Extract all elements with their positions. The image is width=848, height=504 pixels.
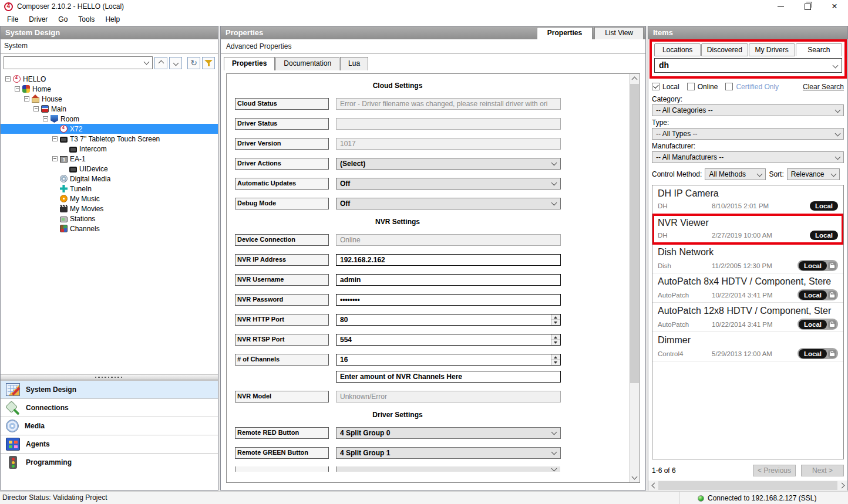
panel-splitter[interactable]: [1, 374, 218, 380]
nav-item[interactable]: Connections: [1, 398, 218, 417]
property-value[interactable]: 554: [336, 334, 561, 346]
tree-expander-icon[interactable]: [43, 116, 48, 121]
tree-expander-icon[interactable]: [52, 156, 58, 161]
property-field[interactable]: 4 Split Group 1: [336, 447, 561, 459]
checkbox-icon[interactable]: [652, 83, 659, 90]
tree-node[interactable]: Main: [1, 104, 218, 114]
property-value[interactable]: 192.168.2.162: [336, 254, 561, 266]
items-tab[interactable]: Locations: [654, 43, 701, 56]
property-value[interactable]: 80: [336, 314, 561, 326]
category-dropdown[interactable]: -- All Categories --: [652, 104, 844, 116]
menu-item[interactable]: Go: [53, 13, 73, 26]
find-previous-button[interactable]: [154, 57, 167, 69]
checkbox-icon[interactable]: [725, 83, 733, 90]
property-field[interactable]: [336, 466, 560, 472]
scroll-down-button[interactable]: [630, 473, 640, 482]
items-tab[interactable]: My Drivers: [749, 43, 795, 56]
refresh-button[interactable]: ↻: [187, 57, 200, 69]
checkbox-group[interactable]: Certified Only: [725, 83, 786, 91]
property-value[interactable]: admin: [336, 274, 561, 286]
property-field[interactable]: Error - Driver filename was changed, ple…: [336, 98, 561, 110]
property-field[interactable]: (Select): [336, 158, 561, 170]
property-value[interactable]: 4 Split Group 0: [336, 427, 561, 439]
property-field[interactable]: 80: [336, 314, 561, 326]
property-value[interactable]: [336, 466, 560, 472]
nav-item[interactable]: Programming: [1, 453, 218, 471]
tree-node[interactable]: My Music: [1, 194, 218, 204]
tree-node[interactable]: HELLO: [1, 74, 218, 84]
driver-result-row[interactable]: AutoPatch 12x8 HDTV / Component, Ster Au…: [652, 303, 843, 332]
spin-down-icon[interactable]: [551, 340, 560, 345]
spinner-buttons[interactable]: [551, 334, 560, 345]
driver-result-row[interactable]: NVR Viewer DH 2/27/2019 10:00 AM Local: [652, 215, 843, 244]
nav-item[interactable]: System Design: [1, 380, 218, 398]
minimize-button[interactable]: [767, 0, 794, 13]
items-tab[interactable]: Search: [796, 43, 842, 56]
property-field[interactable]: ••••••••: [336, 294, 561, 306]
spin-down-icon[interactable]: [551, 320, 560, 325]
properties-tab[interactable]: Properties: [224, 57, 275, 70]
tree-expander-icon[interactable]: [24, 96, 29, 102]
view-tab[interactable]: Properties: [537, 27, 593, 39]
property-field[interactable]: Unknown/Error: [336, 391, 561, 402]
nav-item[interactable]: Media: [1, 417, 218, 435]
property-value[interactable]: Off: [336, 178, 561, 190]
property-value[interactable]: (Select): [336, 158, 561, 170]
checkbox-icon[interactable]: [687, 83, 695, 90]
nav-item[interactable]: Agents: [1, 435, 218, 453]
clear-search-link[interactable]: Clear Search: [803, 83, 844, 91]
property-value[interactable]: Enter amount of NVR Channels Here: [336, 371, 561, 383]
menu-item[interactable]: File: [2, 13, 23, 26]
sort-dropdown[interactable]: Relevance: [787, 168, 840, 180]
driver-result-row[interactable]: DH IP Camera DH 8/10/2015 2:01 PM Local: [652, 185, 843, 215]
property-value[interactable]: 1017: [336, 138, 561, 150]
find-next-button[interactable]: [169, 57, 182, 69]
tree-node[interactable]: Stations: [1, 214, 218, 224]
property-field[interactable]: 1017: [336, 138, 561, 150]
spin-up-icon[interactable]: [551, 314, 560, 320]
properties-tab[interactable]: Documentation: [275, 57, 339, 70]
tree-expander-icon[interactable]: [52, 136, 58, 141]
property-value[interactable]: 4 Split Group 1: [336, 447, 561, 459]
search-input[interactable]: dh: [654, 58, 842, 73]
tree-node[interactable]: Room: [1, 114, 218, 124]
property-field[interactable]: admin: [336, 274, 561, 286]
property-value[interactable]: Off: [336, 198, 561, 209]
property-value[interactable]: [336, 118, 561, 130]
scrollbar-thumb[interactable]: [630, 84, 639, 383]
next-button[interactable]: Next >: [801, 465, 844, 476]
property-field[interactable]: Online: [336, 234, 561, 246]
property-field[interactable]: Off: [336, 178, 561, 190]
tree-node[interactable]: Home: [1, 84, 218, 94]
property-value[interactable]: Unknown/Error: [336, 391, 561, 402]
items-tab[interactable]: Discovered: [701, 43, 748, 56]
driver-result-row[interactable]: Dish Network Dish 11/2/2005 12:30 PM Loc…: [652, 244, 843, 273]
checkbox-group[interactable]: Online: [687, 83, 726, 91]
menu-item[interactable]: Driver: [23, 13, 53, 26]
tree-node[interactable]: Digital Media: [1, 174, 218, 184]
property-field[interactable]: 4 Split Group 0: [336, 427, 561, 439]
spin-down-icon[interactable]: [551, 360, 560, 365]
close-button[interactable]: ×: [821, 0, 848, 13]
checkbox-group[interactable]: Local: [652, 83, 687, 91]
driver-result-row[interactable]: AutoPatch 8x4 HDTV / Component, Stere Au…: [652, 273, 843, 303]
spin-up-icon[interactable]: [551, 334, 560, 340]
driver-result-row[interactable]: Dimmer Control4 5/29/2013 12:00 AM Local: [652, 332, 843, 361]
property-field[interactable]: Enter amount of NVR Channels Here: [336, 371, 561, 383]
spin-up-icon[interactable]: [551, 354, 560, 360]
menu-item[interactable]: Help: [100, 13, 125, 26]
filter-button[interactable]: [202, 57, 215, 69]
scrollbar-thumb[interactable]: [658, 481, 837, 490]
tree-node[interactable]: TuneIn: [1, 184, 218, 194]
tree-node[interactable]: X72: [1, 124, 218, 134]
tree-node[interactable]: Channels: [1, 224, 218, 234]
properties-scrollbar[interactable]: [629, 74, 640, 482]
tree-filter-combo[interactable]: [4, 56, 153, 69]
property-value[interactable]: Error - Driver filename was changed, ple…: [336, 98, 561, 110]
spinner-buttons[interactable]: [551, 354, 560, 365]
items-horizontal-scrollbar[interactable]: [648, 481, 847, 491]
maximize-button[interactable]: [794, 0, 821, 13]
tree-node[interactable]: Intercom: [1, 144, 218, 154]
tree-expander-icon[interactable]: [33, 106, 39, 111]
tree-node[interactable]: UIDevice: [1, 164, 218, 174]
